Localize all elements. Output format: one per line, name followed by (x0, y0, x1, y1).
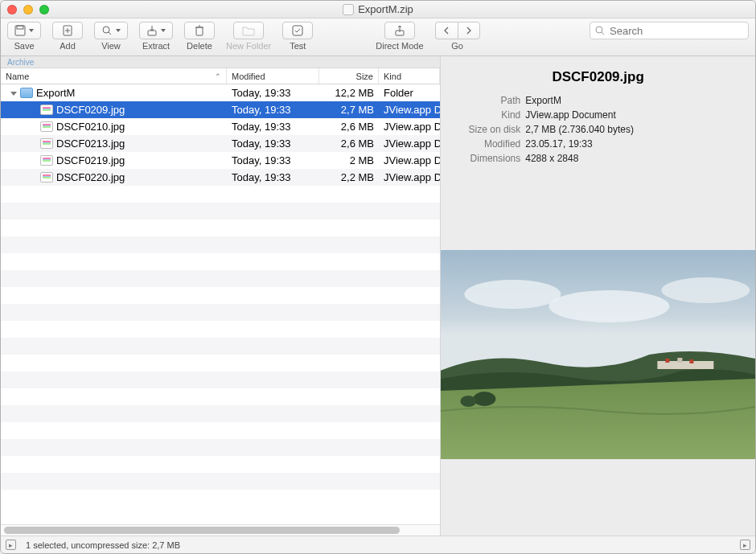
info-kind-label: Kind (452, 108, 520, 122)
table-row-empty (1, 338, 440, 355)
extract-icon (146, 25, 158, 36)
window-controls (7, 5, 49, 14)
file-kind: JView.app D (379, 171, 440, 183)
table-row[interactable]: DSCF0210.jpgToday, 19:332,6 MBJView.app … (1, 118, 440, 135)
table-row-empty (1, 371, 440, 388)
save-button[interactable] (7, 22, 41, 39)
new-folder-icon (242, 25, 255, 36)
svg-point-10 (465, 280, 561, 309)
table-row[interactable]: DSCF0220.jpgToday, 19:332,2 MBJView.app … (1, 169, 440, 186)
file-kind: JView.app D (379, 154, 440, 166)
table-row[interactable]: DSCF0219.jpgToday, 19:332 MBJView.app D (1, 152, 440, 169)
status-left-button[interactable]: ▸ (6, 540, 16, 550)
table-row-empty (1, 253, 440, 270)
svg-point-17 (474, 392, 496, 406)
go-label: Go (451, 41, 463, 51)
info-modified-value: 23.05.17, 19:33 (525, 137, 592, 151)
image-file-icon (40, 155, 53, 166)
svg-rect-6 (293, 26, 302, 35)
go-back-button[interactable] (435, 22, 458, 39)
info-dimensions-value: 4288 x 2848 (525, 151, 578, 166)
file-browser-panel: Archive Name⌃ Modified Size Kind ExportM… (1, 56, 441, 536)
file-modified: Today, 19:33 (227, 87, 319, 99)
file-name: DSCF0219.jpg (56, 154, 125, 166)
info-title: DSCF0209.jpg (452, 64, 744, 93)
table-row[interactable]: DSCF0213.jpgToday, 19:332,6 MBJView.app … (1, 135, 440, 152)
info-path-label: Path (452, 93, 520, 108)
table-row[interactable]: ExportMToday, 19:3312,2 MBFolder (1, 84, 440, 101)
svg-point-12 (662, 277, 750, 303)
file-name: ExportM (36, 87, 75, 99)
image-file-icon (40, 138, 53, 149)
horizontal-scrollbar[interactable] (1, 524, 440, 536)
column-name[interactable]: Name⌃ (1, 68, 227, 84)
add-label: Add (60, 41, 76, 51)
table-row-empty (1, 270, 440, 287)
scrollbar-thumb[interactable] (4, 527, 400, 534)
content-area: Archive Name⌃ Modified Size Kind ExportM… (1, 56, 755, 536)
window-title-text: ExportM.zip (358, 3, 413, 15)
file-kind: JView.app D (379, 104, 440, 116)
table-row-empty (1, 236, 440, 253)
info-size-value: 2,7 MB (2.736.040 bytes) (525, 122, 634, 137)
table-row-empty (1, 287, 440, 304)
image-file-icon (40, 172, 53, 183)
view-button[interactable] (94, 22, 128, 39)
file-name: DSCF0213.jpg (56, 137, 125, 150)
status-right-button[interactable]: ▸ (740, 540, 750, 550)
table-row[interactable]: DSCF0209.jpgToday, 19:332,7 MBJView.app … (1, 101, 440, 118)
direct-mode-button[interactable] (384, 22, 415, 39)
svg-rect-16 (690, 359, 694, 363)
add-button[interactable] (52, 22, 83, 39)
zoom-window-button[interactable] (39, 5, 49, 14)
disclosure-triangle-icon[interactable] (10, 92, 17, 96)
test-button[interactable] (282, 22, 313, 39)
save-icon (14, 25, 26, 36)
file-size: 2,7 MB (319, 104, 379, 116)
column-headers: Name⌃ Modified Size Kind (1, 68, 440, 84)
extract-label: Extract (142, 41, 170, 51)
info-size-label: Size on disk (452, 122, 520, 137)
chevron-left-icon (443, 27, 450, 35)
add-icon (62, 25, 73, 36)
file-size: 2,2 MB (319, 171, 379, 183)
file-list[interactable]: ExportMToday, 19:3312,2 MBFolderDSCF0209… (1, 84, 440, 524)
preview-area (441, 174, 755, 536)
close-window-button[interactable] (7, 5, 17, 14)
file-size: 2,6 MB (319, 137, 379, 150)
extract-button[interactable] (139, 22, 173, 39)
svg-rect-1 (17, 26, 23, 29)
table-row-empty (1, 355, 440, 371)
table-row-empty (1, 321, 440, 338)
svg-rect-14 (666, 359, 670, 363)
column-kind[interactable]: Kind (379, 68, 440, 84)
svg-point-18 (461, 396, 477, 407)
info-kind-value: JView.app Document (525, 108, 616, 122)
table-row-empty (1, 220, 440, 236)
file-size: 12,2 MB (319, 87, 379, 99)
go-forward-button[interactable] (458, 22, 480, 39)
info-dimensions-label: Dimensions (452, 151, 520, 166)
delete-icon (194, 25, 205, 36)
delete-button[interactable] (184, 22, 215, 39)
file-info: DSCF0209.jpg PathExportM KindJView.app D… (441, 56, 755, 174)
column-modified[interactable]: Modified (227, 68, 319, 84)
window-title: ExportM.zip (1, 3, 755, 15)
save-label: Save (14, 41, 34, 51)
minimize-window-button[interactable] (23, 5, 33, 14)
info-panel: DSCF0209.jpg PathExportM KindJView.app D… (441, 56, 755, 536)
file-kind: JView.app D (379, 137, 440, 150)
file-modified: Today, 19:33 (227, 171, 319, 183)
new-folder-button[interactable] (233, 22, 264, 39)
toolbar: Save Add View Extract Delete New Folder (1, 18, 755, 56)
column-size[interactable]: Size (319, 68, 379, 84)
info-path-value: ExportM (525, 93, 561, 108)
tab-archive[interactable]: Archive (1, 57, 40, 68)
direct-mode-label: Direct Mode (376, 41, 423, 51)
table-row-empty (1, 456, 440, 473)
search-input[interactable] (590, 22, 749, 39)
file-kind: JView.app D (379, 121, 440, 133)
go-segment (435, 22, 480, 39)
test-icon (292, 25, 303, 36)
file-name: DSCF0220.jpg (56, 171, 125, 183)
